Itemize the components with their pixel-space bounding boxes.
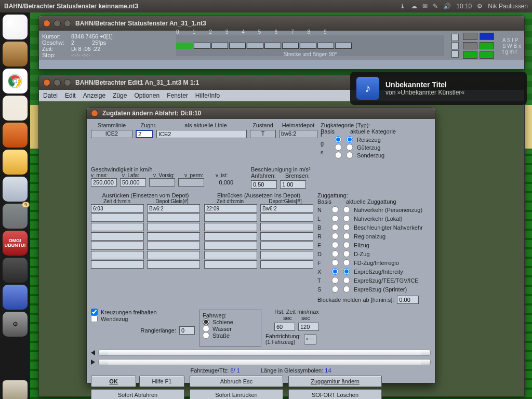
consist-next-icon[interactable] (91, 360, 95, 365)
input-als-linie[interactable] (156, 130, 247, 138)
update-manager-icon[interactable]: 9 (3, 204, 28, 229)
radio-kat-reisezug[interactable] (345, 136, 354, 143)
clock[interactable]: 10:10 (456, 3, 472, 10)
mail-icon[interactable]: ✉ (422, 3, 428, 10)
sofort-loeschen-button[interactable]: SOFORT Löschen (288, 389, 382, 399)
menu-datei[interactable]: Datei (43, 92, 58, 99)
cell-aus-time[interactable]: 6:03 (91, 204, 144, 212)
radio-gattung-akt-B[interactable] (342, 224, 351, 231)
maximize-icon[interactable] (64, 20, 71, 27)
maximize-icon[interactable] (64, 79, 71, 86)
thunderbird-icon[interactable] (3, 96, 28, 121)
radio-strasse[interactable]: Straße (203, 332, 258, 339)
cell-ein-depot[interactable]: Bw6:2 (260, 204, 313, 212)
status-window-titlebar[interactable]: BAHN/Betrachter Statusfenster An_31_1.nt… (39, 16, 524, 31)
input-anfahren[interactable] (251, 180, 277, 189)
radio-gattung-basis-R[interactable] (331, 233, 339, 240)
radio-basis-r[interactable] (334, 136, 342, 143)
input-zugnr[interactable] (136, 130, 153, 138)
chrome-icon[interactable] (3, 69, 28, 94)
temperature-icon[interactable]: 🌡 (400, 3, 406, 10)
radio-gattung-basis-E[interactable] (331, 242, 339, 248)
radio-gattung-akt-N[interactable] (342, 206, 351, 213)
checkbox-kreuzungen[interactable]: Kreuzungen freihalten (91, 309, 195, 315)
radio-schiene[interactable]: Schiene (203, 318, 258, 325)
radio-gattung-akt-X[interactable] (342, 268, 351, 275)
hilfe-button[interactable]: Hilfe F1 (139, 376, 184, 387)
close-icon[interactable] (91, 110, 98, 117)
close-icon[interactable] (43, 20, 50, 27)
menu-zuege[interactable]: Züge (113, 92, 127, 99)
direction-button[interactable]: ⟵ (304, 334, 316, 344)
radio-gattung-akt-L[interactable] (342, 215, 351, 222)
app-blue-icon[interactable] (3, 285, 28, 310)
input-vmax[interactable] (91, 178, 117, 187)
volume-icon[interactable]: 🔊 (443, 3, 451, 10)
minimize-icon[interactable] (54, 79, 61, 86)
feed-reader-icon[interactable] (3, 123, 28, 148)
cell-aus-depot[interactable]: Bw6:2 (147, 204, 200, 212)
radio-gattung-akt-E[interactable] (342, 242, 351, 248)
input-hst-min[interactable] (274, 323, 295, 331)
scroll-right-icon[interactable] (451, 42, 459, 49)
input-blockade[interactable] (397, 296, 419, 304)
label-gattung-F: FD-Zug/Interregio (354, 260, 435, 266)
input-hst-max[interactable] (298, 323, 319, 331)
sofort-einruecken-button[interactable]: Sofort Einrücken (190, 389, 283, 399)
session-user[interactable]: Nik Paulussen (488, 3, 528, 10)
files-icon[interactable] (3, 42, 28, 66)
radio-basis-g[interactable] (334, 144, 342, 151)
radio-gattung-akt-F[interactable] (342, 259, 351, 266)
cell-ein-time[interactable]: 22:09 (204, 204, 257, 212)
menu-anzeige[interactable]: Anzeige (83, 92, 105, 99)
radio-basis-s[interactable] (334, 152, 342, 158)
settings-icon[interactable]: ⚙ (3, 312, 28, 337)
edit-icon[interactable]: ✎ (433, 3, 438, 10)
consist-prev-icon[interactable] (91, 350, 95, 355)
scroll-left-icon[interactable] (451, 34, 459, 41)
zuggarnitur-button[interactable]: Zuggarnitur ändern (288, 376, 382, 387)
menu-hilfe[interactable]: Hilfe/Info (195, 92, 220, 99)
value-geschw-b: 25fps (92, 39, 106, 46)
radio-gattung-basis-S[interactable] (331, 286, 339, 292)
dialog-titlebar[interactable]: Zugdaten ändern Abfahrt: Di:8:10 (87, 108, 435, 119)
minimize-icon[interactable] (54, 20, 61, 27)
radio-gattung-akt-T[interactable] (342, 277, 351, 284)
gear-icon[interactable]: ⚙ (477, 3, 483, 10)
notification-bubble[interactable]: ♪ Unbekannter Titel von »Unbekannter Kün… (350, 72, 527, 105)
field-zustand: T (250, 130, 276, 138)
omgubuntu-icon[interactable]: OMG! UBUNTU! (3, 231, 28, 256)
ok-button[interactable]: OK (91, 376, 136, 387)
banshee-icon[interactable] (3, 150, 28, 175)
checkbox-wendezug[interactable]: Wendezug (91, 315, 195, 322)
sofort-abfahren-button[interactable]: Sofort Abfahren (91, 389, 184, 399)
input-vlafa[interactable] (120, 178, 146, 187)
input-rangier[interactable] (179, 326, 195, 335)
radio-wasser[interactable]: Wasser (203, 325, 258, 332)
power-icon[interactable] (3, 177, 28, 202)
cloud-icon[interactable]: ☁ (411, 3, 417, 10)
radio-gattung-basis-F[interactable] (331, 259, 339, 266)
dash-home-icon[interactable] (3, 15, 28, 39)
terminal-icon[interactable] (3, 258, 28, 283)
radio-gattung-basis-L[interactable] (331, 215, 339, 222)
radio-gattung-basis-T[interactable] (331, 277, 339, 284)
radio-gattung-akt-D[interactable] (342, 250, 351, 257)
close-icon[interactable] (43, 79, 50, 86)
radio-gattung-basis-B[interactable] (331, 224, 339, 231)
menu-optionen[interactable]: Optionen (134, 92, 159, 99)
abbruch-button[interactable]: Abbruch Esc (190, 376, 283, 387)
scroll-down-icon[interactable] (451, 50, 459, 58)
radio-gattung-basis-N[interactable] (331, 206, 339, 213)
trash-icon[interactable] (3, 380, 28, 399)
menu-fenster[interactable]: Fenster (167, 92, 188, 99)
menu-edit[interactable]: Edit (65, 92, 76, 99)
label-einruecken: Einrücken (Aussetzen ins Depot) (204, 192, 313, 198)
radio-gattung-akt-R[interactable] (342, 233, 351, 240)
radio-gattung-basis-D[interactable] (331, 250, 339, 257)
input-bremsen[interactable] (280, 180, 306, 189)
radio-gattung-basis-X[interactable] (331, 268, 339, 275)
radio-kat-gueterzug[interactable] (345, 144, 354, 151)
radio-gattung-akt-S[interactable] (342, 286, 351, 292)
radio-kat-sonderzug[interactable] (345, 152, 354, 158)
